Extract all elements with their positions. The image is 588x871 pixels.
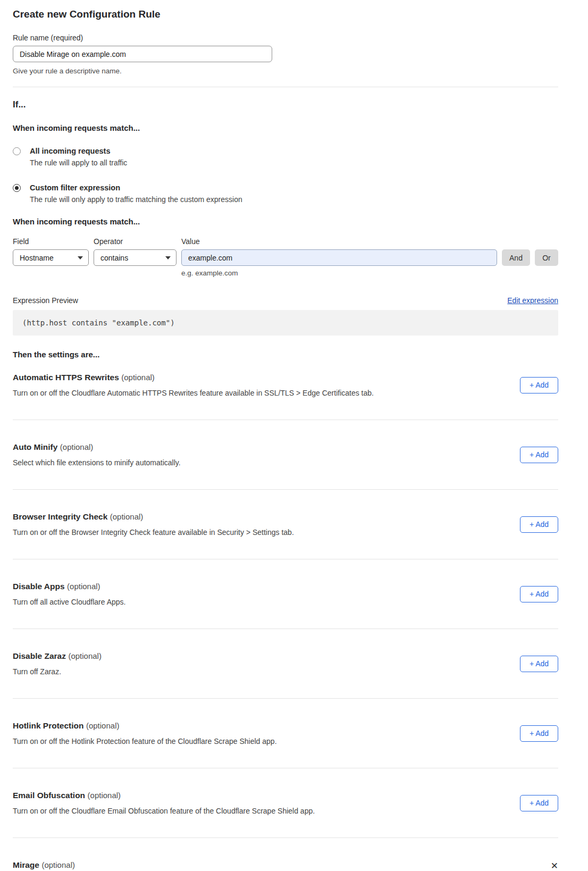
setting-optional-suffix: (optional) — [41, 860, 75, 869]
setting-description: Turn on or off the Cloudflare Automatic … — [13, 389, 374, 397]
value-label: Value — [181, 237, 497, 246]
expression-preview-row: Expression Preview Edit expression — [13, 296, 558, 305]
setting-optional-suffix: (optional) — [67, 582, 100, 591]
add-button[interactable]: + Add — [520, 795, 558, 811]
add-button[interactable]: + Add — [520, 377, 558, 393]
radio-custom-filter-expression[interactable]: Custom filter expression The rule will o… — [13, 183, 558, 204]
value-helper: e.g. example.com — [181, 269, 558, 277]
and-button[interactable]: And — [502, 249, 530, 266]
setting-optional-suffix: (optional) — [110, 512, 144, 521]
setting-optional-suffix: (optional) — [88, 791, 121, 800]
rule-name-label: Rule name (required) — [13, 34, 558, 42]
page-title: Create new Configuration Rule — [13, 9, 558, 20]
chevron-down-icon — [165, 256, 171, 259]
setting-title: Disable Apps — [13, 582, 65, 591]
setting-browser-integrity-check: Browser Integrity Check (optional) Turn … — [13, 490, 558, 559]
or-button[interactable]: Or — [535, 249, 558, 266]
close-icon[interactable]: ✕ — [551, 861, 558, 870]
setting-title: Hotlink Protection — [13, 721, 83, 730]
expression-preview-code: (http.host contains "example.com") — [13, 310, 558, 336]
setting-email-obfuscation: Email Obfuscation (optional) Turn on or … — [13, 768, 558, 838]
setting-disable-zaraz: Disable Zaraz (optional) Turn off Zaraz.… — [13, 629, 558, 699]
setting-auto-minify: Auto Minify (optional) Select which file… — [13, 420, 558, 490]
setting-mirage-expanded: Mirage (optional) Turn on or off the Clo… — [13, 838, 558, 871]
setting-title: Disable Zaraz — [13, 651, 66, 660]
if-heading: If... — [13, 99, 558, 110]
field-label: Field — [13, 237, 89, 246]
setting-description: Turn on or off the Cloudflare Email Obfu… — [13, 807, 315, 815]
add-button[interactable]: + Add — [520, 516, 558, 533]
chevron-down-icon — [78, 256, 83, 259]
radio-unselected-icon[interactable] — [13, 147, 21, 155]
setting-optional-suffix: (optional) — [86, 721, 120, 730]
add-button[interactable]: + Add — [520, 447, 558, 463]
setting-optional-suffix: (optional) — [60, 442, 94, 451]
condition-controls-row: Hostname contains And Or — [13, 249, 558, 266]
field-select[interactable]: Hostname — [13, 249, 89, 266]
setting-description: Turn on or off the Browser Integrity Che… — [13, 528, 294, 537]
setting-title: Automatic HTTPS Rewrites — [13, 373, 119, 382]
setting-title: Auto Minify — [13, 442, 57, 451]
expression-preview-label: Expression Preview — [13, 296, 78, 305]
radio-description: The rule will apply to all traffic — [30, 158, 127, 167]
setting-optional-suffix: (optional) — [121, 373, 155, 382]
value-input[interactable] — [181, 249, 497, 266]
radio-label: Custom filter expression — [30, 183, 242, 192]
setting-title: Mirage — [13, 860, 39, 869]
expression-builder-heading: When incoming requests match... — [13, 217, 558, 226]
setting-title: Email Obfuscation — [13, 791, 85, 800]
section-divider — [13, 87, 558, 87]
operator-label: Operator — [94, 237, 177, 246]
setting-description: Select which file extensions to minify a… — [13, 458, 181, 467]
setting-automatic-https-rewrites: Automatic HTTPS Rewrites (optional) Turn… — [13, 359, 558, 420]
setting-description: Turn off Zaraz. — [13, 667, 102, 676]
rule-name-input[interactable] — [13, 46, 272, 62]
setting-description: Turn off all active Cloudflare Apps. — [13, 598, 125, 606]
add-button[interactable]: + Add — [520, 725, 558, 742]
radio-selected-icon[interactable] — [13, 184, 21, 192]
operator-select-value: contains — [100, 254, 128, 262]
add-button[interactable]: + Add — [520, 656, 558, 672]
field-select-value: Hostname — [20, 254, 54, 262]
radio-label: All incoming requests — [30, 147, 127, 155]
setting-title: Browser Integrity Check — [13, 512, 107, 521]
radio-all-incoming-requests[interactable]: All incoming requests The rule will appl… — [13, 147, 558, 167]
operator-select[interactable]: contains — [94, 249, 177, 266]
setting-hotlink-protection: Hotlink Protection (optional) Turn on or… — [13, 699, 558, 768]
radio-description: The rule will only apply to traffic matc… — [30, 195, 242, 204]
match-heading: When incoming requests match... — [13, 123, 558, 132]
add-button[interactable]: + Add — [520, 586, 558, 602]
then-settings-heading: Then the settings are... — [13, 350, 558, 359]
edit-expression-link[interactable]: Edit expression — [507, 296, 558, 305]
setting-optional-suffix: (optional) — [68, 651, 102, 660]
condition-labels-row: Field Operator Value — [13, 237, 558, 246]
setting-disable-apps: Disable Apps (optional) Turn off all act… — [13, 559, 558, 629]
rule-name-helper: Give your rule a descriptive name. — [13, 67, 558, 75]
setting-description: Turn on or off the Hotlink Protection fe… — [13, 737, 277, 746]
request-match-radio-group: All incoming requests The rule will appl… — [13, 147, 558, 204]
